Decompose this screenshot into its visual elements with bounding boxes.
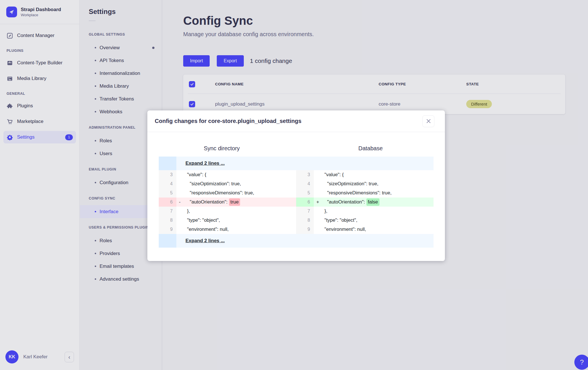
diff-line: 3 "value": { 3 "value": { [159, 170, 434, 179]
close-icon [426, 118, 431, 124]
expand-lines-link[interactable]: Expand 2 lines ... [185, 238, 225, 244]
diff-line: 9 "environment": null, 9 "environment": … [159, 225, 434, 234]
removed-marker: - [176, 198, 184, 207]
modal-title: Config changes for core-store.plugin_upl… [155, 118, 422, 124]
added-marker: + [314, 198, 322, 207]
diff-line: 4 "sizeOptimization": true, 4 "sizeOptim… [159, 179, 434, 188]
expand-lines-link[interactable]: Expand 2 lines ... [185, 161, 225, 166]
fold-gutter [159, 234, 176, 248]
diff-right-header: Database [296, 145, 445, 152]
diff-line: 8 "type": "object", 8 "type": "object", [159, 216, 434, 225]
added-word: false [366, 198, 379, 206]
diff-fold-row: Expand 2 lines ... [159, 234, 434, 248]
diff-line: 7 }, 7 }, [159, 207, 434, 216]
diff-left-header: Sync directory [147, 145, 296, 152]
diff-line: 5 "responsiveDimensions": true, 5 "respo… [159, 188, 434, 198]
config-changes-modal: Config changes for core-store.plugin_upl… [147, 110, 445, 261]
removed-word: true [229, 198, 240, 206]
diff-fold-row: Expand 2 lines ... [159, 157, 434, 170]
app-window: Strapi Dashboard Workplace Content Manag… [0, 0, 588, 370]
fold-gutter [159, 157, 176, 170]
close-modal-button[interactable] [422, 115, 434, 127]
diff-viewer: Expand 2 lines ... 3 "value": { 3 "value… [159, 157, 434, 248]
diff-line-changed: 6 - "autoOrientation": true 6 + "autoOri… [159, 198, 434, 207]
